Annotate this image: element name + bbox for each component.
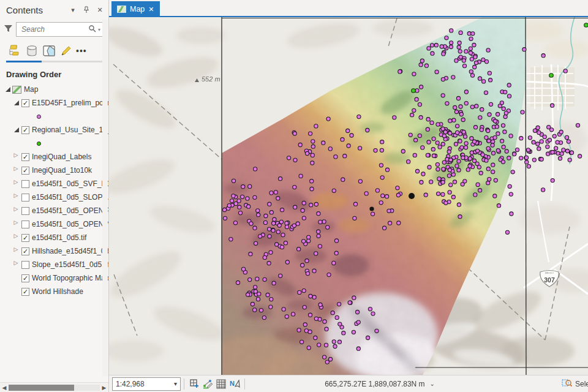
survey-point[interactable] (541, 188, 545, 192)
survey-point[interactable] (501, 124, 505, 127)
layer-name[interactable]: e15d45f1_0d5.tif (32, 233, 86, 242)
survey-point[interactable] (337, 340, 341, 344)
survey-point[interactable] (293, 186, 296, 189)
survey-point[interactable] (385, 168, 389, 172)
survey-point[interactable] (332, 189, 336, 192)
survey-point[interactable] (496, 112, 500, 116)
survey-point[interactable] (451, 75, 455, 79)
survey-point[interactable] (397, 221, 401, 225)
survey-point[interactable] (484, 136, 488, 140)
survey-point[interactable] (306, 272, 309, 276)
survey-point[interactable] (558, 156, 562, 160)
survey-point[interactable] (299, 174, 303, 178)
survey-point[interactable] (489, 102, 492, 106)
survey-point[interactable] (393, 116, 396, 119)
survey-point[interactable] (281, 233, 285, 237)
survey-point[interactable] (471, 32, 475, 36)
survey-point[interactable] (536, 142, 540, 146)
survey-point[interactable] (353, 216, 356, 220)
survey-point[interactable] (519, 137, 523, 140)
survey-point[interactable] (502, 107, 505, 110)
survey-point[interactable] (540, 140, 543, 143)
survey-point[interactable] (412, 72, 416, 76)
panel-horizontal-scrollbar[interactable]: ◀ ▶ (0, 382, 108, 392)
survey-point[interactable] (356, 310, 360, 314)
survey-point[interactable] (507, 156, 511, 160)
survey-point[interactable] (253, 308, 257, 312)
survey-point[interactable] (470, 137, 473, 140)
survey-point[interactable] (488, 71, 491, 75)
list-by-data-source-icon[interactable] (23, 43, 40, 59)
survey-point[interactable] (317, 343, 321, 347)
survey-point[interactable] (297, 328, 301, 332)
survey-point[interactable] (431, 148, 435, 151)
survey-point[interactable] (325, 327, 328, 331)
survey-point[interactable] (501, 160, 505, 164)
survey-point[interactable] (495, 125, 499, 129)
survey-point[interactable] (468, 157, 472, 160)
survey-point[interactable] (459, 105, 462, 108)
survey-point[interactable] (314, 336, 317, 339)
survey-point[interactable] (420, 180, 423, 184)
layer-checkbox[interactable]: ✓ (21, 167, 29, 175)
layer-checkbox[interactable] (21, 261, 29, 269)
survey-point[interactable] (442, 160, 446, 164)
survey-point[interactable] (277, 224, 281, 227)
survey-point[interactable] (464, 146, 468, 149)
hscroll-thumb[interactable] (9, 385, 74, 391)
survey-point[interactable] (387, 209, 391, 213)
survey-point[interactable] (453, 180, 456, 184)
survey-point[interactable] (342, 331, 345, 335)
survey-point[interactable] (484, 91, 488, 94)
survey-point[interactable] (428, 165, 431, 169)
north-arrow-icon[interactable]: N (228, 377, 241, 391)
survey-point[interactable] (274, 190, 277, 194)
survey-point[interactable] (424, 193, 428, 197)
survey-point[interactable] (437, 177, 441, 181)
survey-point[interactable] (548, 138, 551, 142)
expander-closed-icon[interactable] (15, 249, 18, 254)
survey-point[interactable] (380, 140, 384, 144)
survey-point[interactable] (375, 329, 379, 333)
survey-point[interactable] (484, 159, 488, 162)
survey-point[interactable] (551, 179, 554, 183)
survey-point[interactable] (484, 60, 488, 64)
survey-point[interactable] (441, 181, 445, 184)
survey-point[interactable] (457, 203, 461, 206)
survey-point[interactable] (458, 139, 462, 143)
scroll-right-arrow-icon[interactable]: ▶ (100, 385, 108, 391)
survey-point[interactable] (254, 241, 258, 245)
survey-point[interactable] (272, 281, 276, 285)
survey-point[interactable] (426, 153, 429, 157)
survey-point[interactable] (448, 190, 451, 194)
layer-name[interactable]: e15d45f1_0d5_OPEN-POS (32, 206, 109, 215)
survey-point[interactable] (488, 113, 491, 116)
survey-point[interactable] (241, 267, 245, 271)
survey-point[interactable] (508, 184, 511, 188)
layer-symbol-dot[interactable] (37, 141, 41, 146)
coordinates-readout[interactable]: 665,275.27E 1,889,087.83N m ⌄ (325, 380, 435, 388)
survey-point[interactable] (524, 156, 528, 159)
survey-point[interactable] (476, 183, 480, 186)
survey-point[interactable] (255, 277, 259, 281)
survey-point[interactable] (337, 303, 341, 306)
survey-point[interactable] (560, 152, 564, 156)
survey-point[interactable] (401, 149, 405, 153)
survey-point[interactable] (472, 159, 476, 162)
layer-checkbox[interactable]: ✓ (21, 288, 29, 296)
survey-point[interactable] (565, 135, 568, 139)
survey-point[interactable] (284, 241, 287, 245)
survey-point[interactable] (472, 140, 476, 143)
survey-point[interactable] (356, 320, 360, 324)
survey-point[interactable] (421, 172, 425, 176)
survey-point[interactable] (248, 278, 252, 282)
survey-point[interactable] (323, 355, 326, 359)
survey-point[interactable] (253, 226, 257, 230)
list-by-drawing-order-icon[interactable] (6, 43, 23, 59)
survey-point[interactable] (537, 130, 541, 134)
survey-point[interactable] (307, 239, 311, 243)
survey-point[interactable] (429, 180, 433, 184)
survey-point[interactable] (493, 119, 497, 123)
survey-point[interactable] (352, 296, 356, 300)
coords-dropdown-chevron-icon[interactable]: ⌄ (430, 380, 435, 387)
